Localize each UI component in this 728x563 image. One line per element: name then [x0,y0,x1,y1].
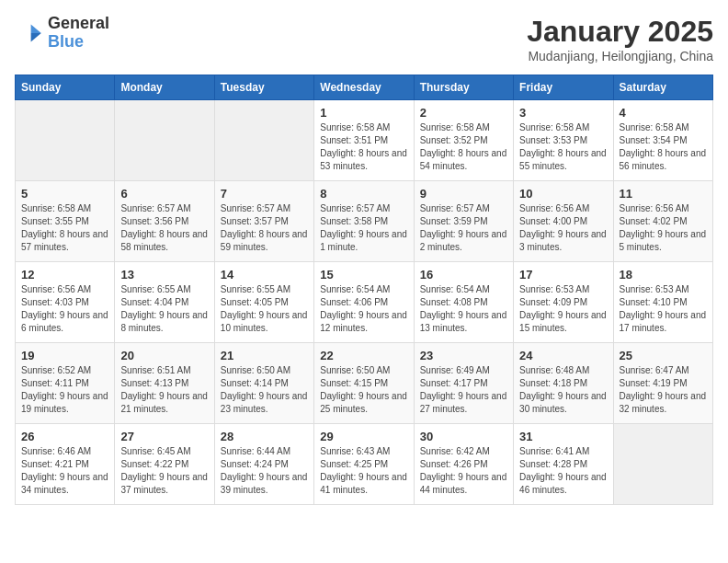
day-number: 1 [320,106,407,120]
day-info: Sunrise: 6:53 AM Sunset: 4:09 PM Dayligh… [519,283,607,335]
day-info: Sunrise: 6:51 AM Sunset: 4:13 PM Dayligh… [120,364,208,416]
day-info: Sunrise: 6:57 AM Sunset: 3:57 PM Dayligh… [221,202,308,254]
day-number: 25 [620,349,707,362]
calendar-cell: 22Sunrise: 6:50 AM Sunset: 4:15 PM Dayli… [314,343,414,424]
day-number: 2 [420,106,507,120]
day-number: 26 [21,430,108,443]
day-number: 7 [221,187,308,201]
day-info: Sunrise: 6:41 AM Sunset: 4:28 PM Dayligh… [519,445,607,497]
calendar-cell: 5Sunrise: 6:58 AM Sunset: 3:55 PM Daylig… [16,181,115,262]
calendar-cell [16,100,115,181]
svg-marker-1 [31,33,41,42]
day-number: 24 [519,349,607,362]
day-number: 11 [620,187,707,201]
day-number: 27 [120,430,208,443]
calendar-cell [613,424,712,505]
day-number: 5 [21,187,108,201]
day-number: 18 [620,268,707,282]
day-info: Sunrise: 6:55 AM Sunset: 4:04 PM Dayligh… [120,283,208,335]
day-number: 15 [320,268,407,282]
day-info: Sunrise: 6:58 AM Sunset: 3:52 PM Dayligh… [420,121,507,173]
calendar-cell: 18Sunrise: 6:53 AM Sunset: 4:10 PM Dayli… [613,262,712,343]
calendar-cell: 19Sunrise: 6:52 AM Sunset: 4:11 PM Dayli… [16,343,115,424]
weekday-header: Sunday [16,75,115,100]
calendar-cell: 16Sunrise: 6:54 AM Sunset: 4:08 PM Dayli… [414,262,513,343]
day-info: Sunrise: 6:58 AM Sunset: 3:51 PM Dayligh… [320,121,407,173]
day-info: Sunrise: 6:56 AM Sunset: 4:00 PM Dayligh… [519,202,607,254]
day-info: Sunrise: 6:48 AM Sunset: 4:18 PM Dayligh… [519,364,607,416]
month-title: January 2025 [527,15,713,49]
location-subtitle: Mudanjiang, Heilongjiang, China [527,49,713,63]
calendar-cell: 13Sunrise: 6:55 AM Sunset: 4:04 PM Dayli… [115,262,214,343]
calendar-cell: 26Sunrise: 6:46 AM Sunset: 4:21 PM Dayli… [16,424,115,505]
calendar-cell: 2Sunrise: 6:58 AM Sunset: 3:52 PM Daylig… [414,100,513,181]
day-number: 10 [519,187,607,201]
logo: General Blue [15,15,109,52]
calendar-cell: 3Sunrise: 6:58 AM Sunset: 3:53 PM Daylig… [514,100,613,181]
day-info: Sunrise: 6:58 AM Sunset: 3:55 PM Dayligh… [21,202,108,254]
day-info: Sunrise: 6:42 AM Sunset: 4:26 PM Dayligh… [420,445,507,497]
day-number: 3 [519,106,607,120]
day-number: 9 [420,187,507,201]
day-info: Sunrise: 6:54 AM Sunset: 4:06 PM Dayligh… [320,283,407,335]
calendar-cell: 24Sunrise: 6:48 AM Sunset: 4:18 PM Dayli… [514,343,613,424]
day-number: 19 [21,349,108,362]
day-number: 12 [21,268,108,282]
day-number: 31 [519,430,607,443]
page-header: General Blue January 2025 Mudanjiang, He… [15,15,713,63]
day-info: Sunrise: 6:57 AM Sunset: 3:58 PM Dayligh… [320,202,407,254]
calendar-table: SundayMondayTuesdayWednesdayThursdayFrid… [15,75,713,505]
calendar-cell: 12Sunrise: 6:56 AM Sunset: 4:03 PM Dayli… [16,262,115,343]
day-info: Sunrise: 6:49 AM Sunset: 4:17 PM Dayligh… [420,364,507,416]
day-number: 17 [519,268,607,282]
day-number: 22 [320,349,407,362]
calendar-cell: 23Sunrise: 6:49 AM Sunset: 4:17 PM Dayli… [414,343,513,424]
weekday-header: Monday [115,75,214,100]
day-info: Sunrise: 6:50 AM Sunset: 4:14 PM Dayligh… [221,364,308,416]
day-info: Sunrise: 6:56 AM Sunset: 4:03 PM Dayligh… [21,283,108,335]
day-info: Sunrise: 6:45 AM Sunset: 4:22 PM Dayligh… [120,445,208,497]
calendar-cell: 9Sunrise: 6:57 AM Sunset: 3:59 PM Daylig… [414,181,513,262]
calendar-cell: 14Sunrise: 6:55 AM Sunset: 4:05 PM Dayli… [214,262,313,343]
calendar-cell: 25Sunrise: 6:47 AM Sunset: 4:19 PM Dayli… [613,343,712,424]
svg-marker-0 [31,24,41,33]
day-info: Sunrise: 6:56 AM Sunset: 4:02 PM Dayligh… [620,202,707,254]
calendar-cell: 31Sunrise: 6:41 AM Sunset: 4:28 PM Dayli… [514,424,613,505]
day-number: 20 [120,349,208,362]
calendar-cell: 4Sunrise: 6:58 AM Sunset: 3:54 PM Daylig… [613,100,712,181]
weekday-header: Tuesday [214,75,313,100]
calendar-cell: 11Sunrise: 6:56 AM Sunset: 4:02 PM Dayli… [613,181,712,262]
calendar-cell: 28Sunrise: 6:44 AM Sunset: 4:24 PM Dayli… [214,424,313,505]
day-number: 8 [320,187,407,201]
logo-icon [15,18,44,48]
day-number: 29 [320,430,407,443]
day-number: 4 [620,106,707,120]
day-info: Sunrise: 6:58 AM Sunset: 3:54 PM Dayligh… [620,121,707,173]
day-info: Sunrise: 6:53 AM Sunset: 4:10 PM Dayligh… [620,283,707,335]
day-info: Sunrise: 6:57 AM Sunset: 3:56 PM Dayligh… [120,202,208,254]
logo-text: General Blue [48,15,109,52]
day-info: Sunrise: 6:54 AM Sunset: 4:08 PM Dayligh… [420,283,507,335]
calendar-cell [115,100,214,181]
day-info: Sunrise: 6:50 AM Sunset: 4:15 PM Dayligh… [320,364,407,416]
calendar-cell: 10Sunrise: 6:56 AM Sunset: 4:00 PM Dayli… [514,181,613,262]
title-block: January 2025 Mudanjiang, Heilongjiang, C… [527,15,713,63]
calendar-cell: 6Sunrise: 6:57 AM Sunset: 3:56 PM Daylig… [115,181,214,262]
day-number: 30 [420,430,507,443]
calendar-cell: 17Sunrise: 6:53 AM Sunset: 4:09 PM Dayli… [514,262,613,343]
day-info: Sunrise: 6:52 AM Sunset: 4:11 PM Dayligh… [21,364,108,416]
day-number: 23 [420,349,507,362]
day-info: Sunrise: 6:46 AM Sunset: 4:21 PM Dayligh… [21,445,108,497]
day-info: Sunrise: 6:55 AM Sunset: 4:05 PM Dayligh… [221,283,308,335]
day-number: 16 [420,268,507,282]
calendar-cell: 7Sunrise: 6:57 AM Sunset: 3:57 PM Daylig… [214,181,313,262]
calendar-cell: 21Sunrise: 6:50 AM Sunset: 4:14 PM Dayli… [214,343,313,424]
calendar-cell: 29Sunrise: 6:43 AM Sunset: 4:25 PM Dayli… [314,424,414,505]
calendar-cell: 27Sunrise: 6:45 AM Sunset: 4:22 PM Dayli… [115,424,214,505]
calendar-cell [214,100,313,181]
weekday-header: Wednesday [314,75,414,100]
calendar-cell: 20Sunrise: 6:51 AM Sunset: 4:13 PM Dayli… [115,343,214,424]
weekday-header: Friday [514,75,613,100]
weekday-header: Thursday [414,75,513,100]
day-number: 6 [120,187,208,201]
